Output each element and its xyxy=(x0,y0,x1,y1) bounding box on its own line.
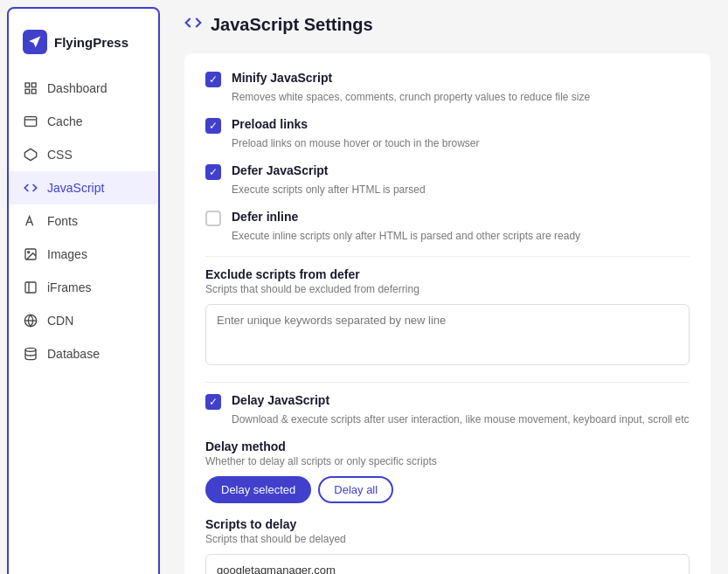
title-exclude-defer: Exclude scripts from defer xyxy=(205,267,690,281)
sidebar-label-dashboard: Dashboard xyxy=(47,81,107,95)
images-icon xyxy=(23,246,38,262)
delay-method-buttons: Delay selected Delay all xyxy=(205,476,690,503)
sidebar-item-cache[interactable]: Cache xyxy=(9,105,158,138)
delay-all-button[interactable]: Delay all xyxy=(318,476,393,503)
svg-point-13 xyxy=(25,348,36,351)
sidebar-label-images: Images xyxy=(47,247,87,261)
setting-scripts-to-delay: Scripts to delay Scripts that should be … xyxy=(205,517,690,574)
label-delay-js: Delay JavaScript xyxy=(232,393,329,407)
desc-delay-method: Whether to delay all scripts or only spe… xyxy=(205,455,690,467)
checkbox-defer-inline[interactable] xyxy=(205,211,221,226)
desc-delay-js: Download & execute scripts after user in… xyxy=(232,413,690,425)
sidebar-label-iframes: iFrames xyxy=(47,280,92,294)
page-header-icon xyxy=(184,14,202,36)
sidebar-label-cache: Cache xyxy=(47,114,82,128)
label-preload-links: Preload links xyxy=(232,117,308,131)
iframes-icon xyxy=(23,280,38,295)
svg-rect-2 xyxy=(25,89,30,93)
checkbox-preload-links[interactable]: ✓ xyxy=(205,118,221,134)
desc-exclude-defer: Scripts that should be excluded from def… xyxy=(205,283,690,295)
svg-rect-4 xyxy=(24,117,36,127)
database-icon xyxy=(23,346,38,362)
cache-icon xyxy=(23,114,38,129)
logo-text: FlyingPress xyxy=(54,35,128,50)
svg-marker-6 xyxy=(24,149,36,160)
checkbox-minify-js[interactable]: ✓ xyxy=(205,72,221,87)
label-minify-js: Minify JavaScript xyxy=(232,71,332,85)
setting-minify-js: ✓ Minify JavaScript Removes white spaces… xyxy=(205,71,690,103)
css-icon xyxy=(23,147,38,163)
title-scripts-to-delay: Scripts to delay xyxy=(205,517,690,531)
sidebar-label-css: CSS xyxy=(47,148,73,162)
fonts-icon xyxy=(23,213,38,229)
desc-defer-js: Execute scripts only after HTML is parse… xyxy=(232,183,690,196)
js-icon xyxy=(23,180,38,196)
label-defer-js: Defer JavaScript xyxy=(232,163,329,177)
desc-preload-links: Preload links on mouse hover or touch in… xyxy=(232,137,690,149)
svg-rect-0 xyxy=(25,83,30,87)
cdn-icon xyxy=(23,313,38,328)
delay-selected-button[interactable]: Delay selected xyxy=(205,476,311,503)
sidebar: FlyingPress Dashboard Cache CSS JavaScri… xyxy=(7,7,160,574)
checkbox-delay-js[interactable]: ✓ xyxy=(205,394,221,410)
sidebar-item-fonts[interactable]: Fonts xyxy=(9,204,158,238)
svg-rect-1 xyxy=(31,83,36,87)
sidebar-item-database[interactable]: Database xyxy=(9,337,158,370)
title-delay-method: Delay method xyxy=(205,439,690,453)
sidebar-item-javascript[interactable]: JavaScript xyxy=(9,171,158,204)
settings-card: ✓ Minify JavaScript Removes white spaces… xyxy=(184,53,711,574)
logo-icon xyxy=(23,30,47,54)
sidebar-item-images[interactable]: Images xyxy=(9,238,158,271)
dashboard-icon xyxy=(23,80,38,96)
sidebar-label-cdn: CDN xyxy=(47,314,73,328)
sidebar-item-css[interactable]: CSS xyxy=(9,138,158,171)
sidebar-label-database: Database xyxy=(47,347,100,361)
textarea-exclude-defer[interactable] xyxy=(205,304,690,365)
setting-defer-inline: Defer inline Execute inline scripts only… xyxy=(205,210,690,242)
sidebar-item-dashboard[interactable]: Dashboard xyxy=(9,72,158,105)
sidebar-label-javascript: JavaScript xyxy=(47,181,104,195)
setting-preload-links: ✓ Preload links Preload links on mouse h… xyxy=(205,117,690,149)
page-title: JavaScript Settings xyxy=(211,15,373,35)
checkbox-defer-js[interactable]: ✓ xyxy=(205,164,221,180)
main-content: JavaScript Settings ✓ Minify JavaScript … xyxy=(167,0,728,574)
sidebar-logo: FlyingPress xyxy=(9,23,158,72)
desc-minify-js: Removes white spaces, comments, crunch p… xyxy=(232,91,690,103)
setting-delay-method: Delay method Whether to delay all script… xyxy=(205,439,690,503)
sidebar-item-iframes[interactable]: iFrames xyxy=(9,271,158,304)
sidebar-label-fonts: Fonts xyxy=(47,214,78,228)
desc-scripts-to-delay: Scripts that should be delayed xyxy=(205,533,690,545)
textarea-scripts-to-delay[interactable]: googletagmanager.com google-analytics.co… xyxy=(205,554,690,574)
setting-defer-js: ✓ Defer JavaScript Execute scripts only … xyxy=(205,163,690,196)
page-header: JavaScript Settings xyxy=(184,14,711,36)
sidebar-nav: Dashboard Cache CSS JavaScript Fonts xyxy=(9,72,158,370)
setting-delay-js: ✓ Delay JavaScript Download & execute sc… xyxy=(205,393,690,425)
svg-rect-9 xyxy=(25,282,36,293)
sidebar-item-cdn[interactable]: CDN xyxy=(9,304,158,337)
label-defer-inline: Defer inline xyxy=(232,210,298,224)
setting-exclude-defer: Exclude scripts from defer Scripts that … xyxy=(205,267,690,368)
svg-rect-3 xyxy=(31,89,36,93)
desc-defer-inline: Execute inline scripts only after HTML i… xyxy=(232,230,690,242)
svg-point-8 xyxy=(28,252,30,253)
